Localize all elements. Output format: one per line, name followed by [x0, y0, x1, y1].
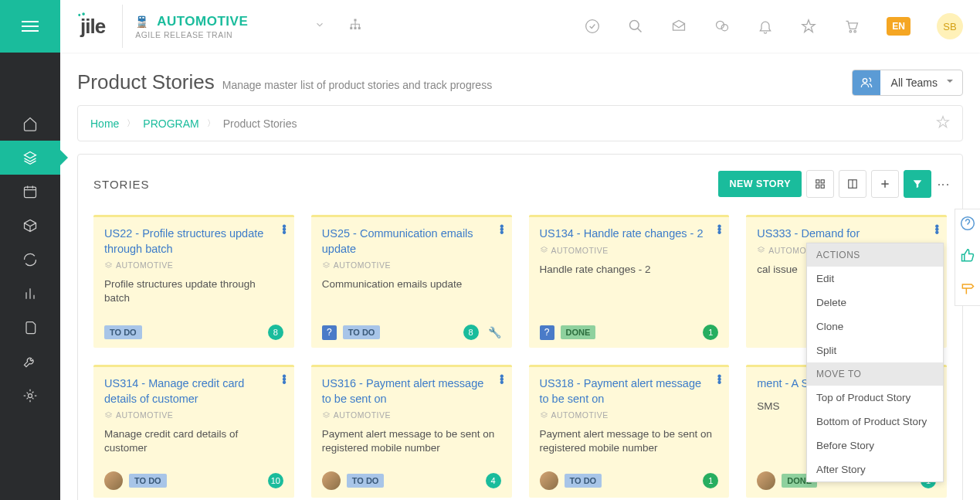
ctx-move-item[interactable]: Top of Product Story: [807, 386, 943, 410]
story-type-icon: ?: [540, 325, 554, 340]
card-menu-button[interactable]: •••: [282, 375, 287, 384]
sidebar-item-layers[interactable]: [0, 141, 60, 175]
main-content: Product Stories Manage master list of pr…: [60, 0, 980, 500]
topbar-star-button[interactable]: [800, 18, 817, 35]
card-menu-button[interactable]: •••: [934, 225, 939, 234]
stories-title: STORIES: [93, 178, 150, 191]
card-menu-button[interactable]: •••: [717, 375, 722, 384]
assignee-avatar[interactable]: [322, 471, 341, 490]
project-name-text: AUTOMOTIVE: [157, 14, 248, 29]
breadcrumb-home[interactable]: Home: [90, 117, 119, 130]
story-project: AUTOMOTIVE: [540, 410, 719, 420]
bell-icon: [758, 19, 773, 34]
add-button[interactable]: [871, 170, 899, 198]
page-subtitle: Manage master list of product stories an…: [222, 79, 492, 91]
breadcrumb-program[interactable]: PROGRAM: [143, 117, 198, 130]
project-chevron[interactable]: [314, 19, 325, 33]
ctx-action-item[interactable]: Edit: [807, 267, 943, 291]
story-title[interactable]: US333 - Demand for: [757, 226, 936, 242]
new-story-button[interactable]: NEW STORY: [718, 171, 802, 197]
story-title[interactable]: US318 - Payment alert message to be sent…: [540, 376, 719, 406]
ctx-move-item[interactable]: After Story: [807, 457, 943, 481]
story-description: Profile structures update through batch: [104, 277, 283, 305]
breadcrumb-star[interactable]: [936, 115, 950, 131]
card-menu-button[interactable]: •••: [282, 225, 287, 234]
assignee-avatar[interactable]: [104, 471, 123, 490]
toolbar-more-button[interactable]: ⋮: [936, 179, 947, 189]
layers-mini-icon: [540, 246, 548, 254]
project-sub-text: AGILE RELEASE TRAIN: [135, 30, 248, 39]
layers-mini-icon: [757, 246, 765, 254]
story-card[interactable]: •••US316 - Payment alert message to be s…: [311, 365, 512, 498]
story-card[interactable]: •••US25 - Communication emails updateAUT…: [311, 215, 512, 348]
assignee-avatar[interactable]: [540, 471, 558, 490]
language-button[interactable]: EN: [887, 17, 910, 36]
topbar-inbox-button[interactable]: [670, 18, 687, 35]
story-title[interactable]: US22 - Profile structures update through…: [104, 226, 283, 257]
card-menu-button[interactable]: •••: [717, 225, 722, 234]
sidebar-item-home[interactable]: [0, 107, 60, 141]
team-selector[interactable]: All Teams: [852, 70, 963, 96]
story-title[interactable]: US134 - Handle rate changes - 2: [540, 226, 719, 242]
brand-area[interactable]: jile: [60, 0, 122, 53]
card-menu-button[interactable]: •••: [500, 375, 504, 384]
sidebar-item-files[interactable]: [0, 311, 60, 345]
feedback-button[interactable]: [960, 248, 975, 267]
assignee-avatar[interactable]: [757, 471, 775, 490]
topbar-bell-button[interactable]: [757, 18, 774, 35]
story-card[interactable]: •••US22 - Profile structures update thro…: [93, 215, 294, 348]
topbar-cart-button[interactable]: [843, 18, 860, 35]
topbar-checkmark-button[interactable]: [584, 18, 601, 35]
story-title[interactable]: US314 - Manage credit card details of cu…: [104, 376, 283, 406]
ctx-action-item[interactable]: Delete: [807, 291, 943, 315]
sidebar-item-analytics[interactable]: [0, 277, 60, 311]
topbar-chat-button[interactable]: [714, 18, 731, 35]
hamburger-menu[interactable]: [0, 0, 60, 53]
chevron-down-icon: [314, 19, 325, 30]
story-count-badge: 10: [268, 473, 283, 488]
story-title[interactable]: US25 - Communication emails update: [322, 226, 501, 257]
ctx-move-item[interactable]: Bottom of Product Story: [807, 410, 943, 434]
help-button[interactable]: [960, 216, 975, 234]
card-menu-button[interactable]: •••: [500, 225, 504, 234]
story-card[interactable]: •••US134 - Handle rate changes - 2AUTOMO…: [529, 215, 730, 348]
filter-button[interactable]: [904, 170, 931, 198]
story-project: AUTOMOTIVE: [322, 260, 501, 270]
view-grid-button[interactable]: [806, 170, 834, 198]
hierarchy-icon: [348, 18, 362, 32]
plus-icon: [880, 179, 890, 189]
topbar-search-button[interactable]: [627, 18, 644, 35]
story-title[interactable]: US316 - Payment alert message to be sent…: [322, 376, 501, 406]
story-description: Payment alert message to be sent on regi…: [322, 427, 501, 455]
ctx-move-item[interactable]: Before Story: [807, 434, 943, 457]
ctx-action-item[interactable]: Clone: [807, 315, 943, 338]
sidebar-item-sync[interactable]: [0, 243, 60, 277]
ctx-action-item[interactable]: Split: [807, 338, 943, 362]
story-card[interactable]: •••US318 - Payment alert message to be s…: [529, 365, 730, 498]
svg-rect-2: [354, 19, 357, 22]
story-description: Payment alert message to be sent on regi…: [540, 427, 719, 455]
signpost-button[interactable]: [960, 281, 975, 299]
project-selector[interactable]: 🚆 AUTOMOTIVE AGILE RELEASE TRAIN: [122, 5, 260, 48]
sidebar-item-wrench[interactable]: [0, 345, 60, 379]
hierarchy-button[interactable]: [348, 18, 362, 35]
story-card[interactable]: •••US314 - Manage credit card details of…: [93, 365, 294, 498]
search-icon: [628, 19, 643, 34]
wrench-icon: [22, 354, 38, 369]
thumbs-up-icon: [960, 248, 975, 264]
files-icon: [22, 320, 38, 335]
story-footer: ?TO DO8🔧: [322, 317, 501, 340]
filter-icon: [912, 179, 923, 189]
team-label: All Teams: [880, 70, 962, 95]
svg-point-10: [849, 30, 852, 32]
status-badge: TO DO: [347, 474, 385, 488]
inbox-icon: [671, 19, 687, 34]
sidebar-item-settings[interactable]: [0, 379, 60, 413]
sidebar-item-box[interactable]: [0, 209, 60, 243]
story-project: AUTOMOTIVE: [322, 410, 501, 420]
status-badge: TO DO: [343, 325, 381, 339]
user-avatar-button[interactable]: SB: [937, 13, 963, 39]
story-project: AUTOMOTIVE: [104, 260, 283, 270]
sidebar-item-calendar[interactable]: [0, 175, 60, 209]
view-columns-button[interactable]: [839, 170, 866, 198]
